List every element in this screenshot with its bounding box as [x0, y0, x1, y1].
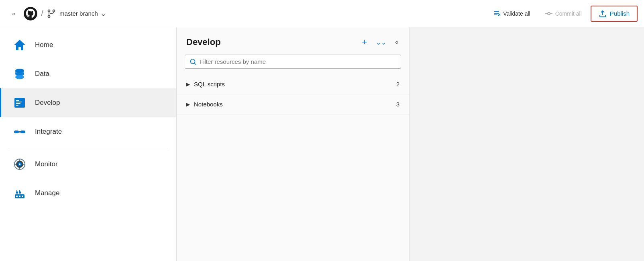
svg-point-13 — [15, 75, 24, 79]
search-icon — [190, 59, 196, 65]
panel-header: Develop + ⌄⌄ « — [177, 27, 409, 55]
develop-icon — [12, 96, 27, 110]
sql-scripts-label: SQL scripts — [194, 81, 392, 88]
panel-header-actions: + ⌄⌄ « — [359, 35, 401, 49]
collapse-all-button[interactable]: ⌄⌄ — [373, 37, 389, 48]
svg-rect-16 — [16, 102, 22, 102]
sidebar-item-integrate-label: Integrate — [35, 128, 62, 136]
publish-icon — [599, 10, 607, 18]
sidebar-item-integrate[interactable]: Integrate — [0, 117, 176, 146]
branch-selector[interactable]: master branch ⌄ — [59, 9, 106, 18]
sidebar-item-manage-label: Manage — [35, 189, 59, 197]
add-icon: + — [362, 37, 367, 47]
collapse-sidebar-icon: « — [12, 10, 15, 17]
main-layout: Home Data — [0, 27, 644, 261]
sidebar-item-monitor-label: Monitor — [35, 160, 58, 168]
data-icon — [12, 67, 27, 81]
search-input[interactable] — [200, 58, 396, 65]
svg-rect-31 — [16, 196, 18, 197]
notebooks-chevron-icon: ▶ — [186, 102, 190, 107]
collapse-sidebar-button[interactable]: « — [6, 7, 21, 20]
sidebar-item-data-label: Data — [35, 70, 49, 78]
panel-title: Develop — [186, 37, 355, 47]
list-item[interactable]: ▶ SQL scripts 2 — [177, 74, 409, 94]
svg-rect-33 — [22, 196, 23, 197]
path-separator: / — [41, 9, 43, 18]
top-bar: « / master branch ⌄ — [0, 0, 644, 27]
svg-point-7 — [548, 12, 550, 15]
svg-line-39 — [194, 63, 196, 65]
commit-icon — [545, 10, 553, 18]
branch-label: master branch — [59, 10, 98, 17]
collapse-panel-icon: « — [395, 39, 399, 45]
commit-all-button[interactable]: Commit all — [539, 6, 587, 21]
sidebar-item-home[interactable]: Home — [0, 31, 176, 59]
develop-panel: Develop + ⌄⌄ « — [177, 27, 410, 261]
sidebar-item-data[interactable]: Data — [0, 59, 176, 88]
sql-scripts-chevron-icon: ▶ — [186, 82, 190, 87]
monitor-icon — [12, 157, 27, 171]
svg-rect-14 — [14, 98, 25, 108]
search-box — [185, 55, 401, 69]
svg-point-25 — [19, 163, 20, 165]
notebooks-label: Notebooks — [194, 101, 392, 108]
publish-button[interactable]: Publish — [591, 6, 638, 22]
sidebar-item-manage[interactable]: Manage — [0, 179, 176, 208]
collapse-panel-button[interactable]: « — [393, 37, 401, 47]
svg-rect-15 — [16, 100, 19, 101]
svg-rect-34 — [16, 192, 18, 194]
integrate-icon — [12, 124, 27, 139]
sql-scripts-count: 2 — [396, 81, 399, 88]
svg-rect-21 — [18, 131, 21, 133]
validate-all-label: Validate all — [503, 10, 530, 17]
svg-rect-17 — [16, 103, 20, 104]
home-icon — [12, 38, 27, 52]
svg-point-3 — [48, 15, 50, 17]
collapse-all-icon: ⌄⌄ — [376, 39, 386, 46]
sidebar-item-home-label: Home — [35, 41, 53, 49]
sidebar-nav: Home Data — [0, 27, 176, 261]
sidebar-item-monitor[interactable]: Monitor — [0, 150, 176, 179]
publish-label: Publish — [610, 10, 630, 17]
svg-rect-18 — [16, 105, 18, 106]
sidebar-item-develop-label: Develop — [35, 99, 60, 107]
top-bar-actions: Validate all Commit all Pu — [487, 6, 638, 22]
validate-icon — [493, 10, 501, 18]
svg-rect-20 — [20, 130, 25, 133]
sidebar: Home Data — [0, 27, 177, 261]
content-area — [410, 27, 644, 261]
notebooks-count: 3 — [396, 101, 399, 108]
sidebar-item-develop[interactable]: Develop — [0, 88, 176, 117]
list-item[interactable]: ▶ Notebooks 3 — [177, 94, 409, 114]
add-resource-button[interactable]: + — [359, 35, 369, 49]
sidebar-divider — [8, 148, 168, 148]
svg-point-1 — [48, 10, 50, 12]
github-icon — [23, 6, 38, 21]
validate-all-button[interactable]: Validate all — [487, 6, 536, 21]
svg-rect-19 — [14, 130, 19, 133]
resource-list: ▶ SQL scripts 2 ▶ Notebooks 3 — [177, 74, 409, 114]
branch-chevron-icon: ⌄ — [100, 9, 106, 18]
svg-rect-35 — [19, 192, 21, 194]
branch-icon — [47, 9, 56, 18]
top-bar-left: « / master branch ⌄ — [6, 6, 483, 21]
svg-marker-10 — [14, 40, 25, 50]
svg-rect-32 — [19, 196, 20, 197]
commit-all-label: Commit all — [555, 10, 582, 17]
svg-point-2 — [53, 10, 55, 12]
manage-icon — [12, 186, 27, 200]
